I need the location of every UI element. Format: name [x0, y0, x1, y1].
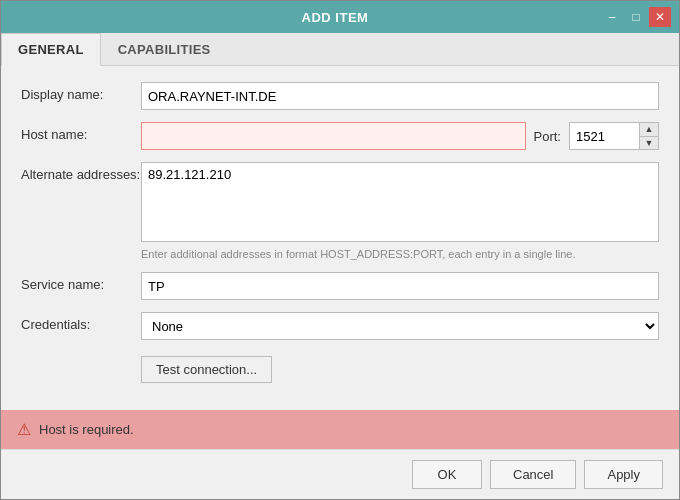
- host-port-container: Port: ▲ ▼: [141, 122, 659, 150]
- display-name-field: [141, 82, 659, 110]
- cancel-button[interactable]: Cancel: [490, 460, 576, 489]
- close-button[interactable]: ✕: [649, 7, 671, 27]
- test-connection-field: Test connection...: [141, 352, 659, 383]
- display-name-row: Display name:: [21, 82, 659, 110]
- host-name-field: Port: ▲ ▼: [141, 122, 659, 150]
- service-name-row: Service name:: [21, 272, 659, 300]
- test-connection-button[interactable]: Test connection...: [141, 356, 272, 383]
- port-label: Port:: [534, 129, 561, 144]
- service-name-label: Service name:: [21, 272, 141, 292]
- alternate-addresses-label: Alternate addresses:: [21, 162, 141, 182]
- minimize-button[interactable]: –: [601, 7, 623, 27]
- host-name-label: Host name:: [21, 122, 141, 142]
- port-container: ▲ ▼: [569, 122, 659, 150]
- window-controls: – □ ✕: [601, 7, 671, 27]
- credentials-field: None Username/Password OS Authentication: [141, 312, 659, 340]
- alternate-addresses-input[interactable]: 89.21.121.210: [141, 162, 659, 242]
- alternate-addresses-hint: Enter additional addresses in format HOS…: [141, 248, 659, 260]
- service-name-field: [141, 272, 659, 300]
- error-message: Host is required.: [39, 422, 134, 437]
- ok-button[interactable]: OK: [412, 460, 482, 489]
- title-bar: ADD ITEM – □ ✕: [1, 1, 679, 33]
- dialog-title: ADD ITEM: [69, 10, 601, 25]
- alternate-addresses-field: 89.21.121.210 Enter additional addresses…: [141, 162, 659, 260]
- error-icon: ⚠: [17, 420, 31, 439]
- service-name-input[interactable]: [141, 272, 659, 300]
- dialog-footer: OK Cancel Apply: [1, 449, 679, 499]
- test-connection-spacer: [21, 352, 141, 357]
- port-increment-button[interactable]: ▲: [640, 123, 658, 136]
- tab-capabilities[interactable]: CAPABILITIES: [101, 33, 228, 65]
- host-name-input[interactable]: [141, 122, 526, 150]
- tab-general[interactable]: GENERAL: [1, 33, 101, 66]
- error-bar: ⚠ Host is required.: [1, 410, 679, 449]
- credentials-label: Credentials:: [21, 312, 141, 332]
- port-spinners: ▲ ▼: [639, 122, 659, 150]
- test-connection-row: Test connection...: [21, 352, 659, 383]
- credentials-row: Credentials: None Username/Password OS A…: [21, 312, 659, 340]
- display-name-label: Display name:: [21, 82, 141, 102]
- port-decrement-button[interactable]: ▼: [640, 136, 658, 150]
- port-input[interactable]: [569, 122, 639, 150]
- dialog-window: ADD ITEM – □ ✕ GENERAL CAPABILITIES Disp…: [0, 0, 680, 500]
- apply-button[interactable]: Apply: [584, 460, 663, 489]
- host-name-row: Host name: Port: ▲ ▼: [21, 122, 659, 150]
- maximize-button[interactable]: □: [625, 7, 647, 27]
- alternate-addresses-row: Alternate addresses: 89.21.121.210 Enter…: [21, 162, 659, 260]
- tab-bar: GENERAL CAPABILITIES: [1, 33, 679, 66]
- credentials-select[interactable]: None Username/Password OS Authentication: [141, 312, 659, 340]
- form-content: Display name: Host name: Port: ▲ ▼: [1, 66, 679, 410]
- display-name-input[interactable]: [141, 82, 659, 110]
